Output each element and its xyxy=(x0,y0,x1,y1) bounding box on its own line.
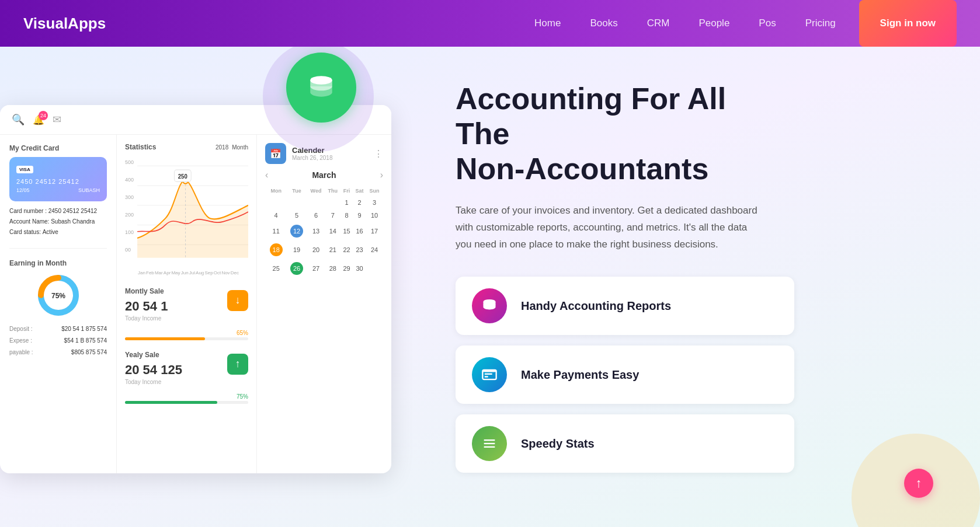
calendar-next-btn[interactable]: › xyxy=(380,170,383,180)
hero-title: Accounting For All The Non-Accountants xyxy=(456,82,783,186)
svg-text:250: 250 xyxy=(178,173,187,180)
calendar-section: 📅 Calender March 26, 2018 ⋮ ‹ March › xyxy=(257,135,391,473)
monthly-sale-section: Montly Sale 20 54 1 Today Income ↓ 65% xyxy=(125,287,248,340)
feature-item-accounting: Handy Accounting Reports xyxy=(456,277,794,335)
cal-week-2: 4 5 6 7 8 9 10 xyxy=(266,210,382,221)
cal-day[interactable]: 19 xyxy=(287,241,306,259)
cal-day[interactable]: 14 xyxy=(325,222,340,240)
cal-day-highlighted[interactable]: 26 xyxy=(287,260,306,277)
cal-header-tue: Tue xyxy=(287,186,306,196)
notification-bell[interactable]: 🔔 24 xyxy=(33,114,44,125)
credit-card-title: My Credit Card xyxy=(9,144,107,152)
yearly-progress-fill xyxy=(125,401,217,404)
cal-day[interactable]: 1 xyxy=(341,197,352,208)
yearly-sale-amount: 20 54 125 xyxy=(125,362,182,378)
cal-header-sat: Sat xyxy=(353,186,366,196)
mail-icon[interactable]: ✉ xyxy=(53,113,61,126)
cal-day[interactable]: 4 xyxy=(266,210,286,221)
calendar-dots-menu[interactable]: ⋮ xyxy=(374,148,383,159)
card-details: Card number : 2450 24512 25412 Account N… xyxy=(9,206,107,238)
cal-day[interactable]: 25 xyxy=(266,260,286,277)
nav-home[interactable]: Home xyxy=(534,18,561,29)
cal-day[interactable]: 11 xyxy=(266,222,286,240)
cal-day[interactable]: 21 xyxy=(325,241,340,259)
yearly-progress-label: 75% xyxy=(125,393,248,400)
sign-in-button[interactable]: Sign in now xyxy=(859,0,957,47)
account-label: Account Name: xyxy=(9,218,49,225)
earning-section: Earning in Month 75% Deposit : xyxy=(9,259,107,358)
nav-pricing[interactable]: Pricing xyxy=(805,18,836,29)
cal-day[interactable]: 27 xyxy=(308,260,325,277)
database-icon xyxy=(307,73,336,102)
cal-day[interactable]: 20 xyxy=(308,241,325,259)
feature-item-stats: Speedy Stats xyxy=(456,414,794,473)
monthly-sale-button[interactable]: ↓ xyxy=(227,290,248,311)
statistics-chart: 500 400 300 200 100 00 xyxy=(125,159,248,264)
accounting-label: Handy Accounting Reports xyxy=(521,299,671,313)
stats-title: Statistics xyxy=(125,143,156,151)
calendar-nav: ‹ March › xyxy=(265,170,383,180)
cal-day[interactable] xyxy=(367,260,382,277)
credit-card-section: My Credit Card VISA 2450 24512 25412 12/… xyxy=(9,144,107,238)
cal-day[interactable]: 2 xyxy=(353,197,366,208)
dashboard-middle-col: Statistics 2018 Month 500 400 300 200 xyxy=(117,135,257,473)
cal-header-wed: Wed xyxy=(308,186,325,196)
cal-day[interactable]: 8 xyxy=(341,210,352,221)
cal-week-3: 11 12 13 14 15 16 17 xyxy=(266,222,382,240)
card-date: 12/05 xyxy=(16,187,30,193)
year-select[interactable]: 2018 xyxy=(216,144,228,151)
cal-day[interactable]: 6 xyxy=(308,210,325,221)
nav-pos[interactable]: Pos xyxy=(759,18,776,29)
cal-day[interactable] xyxy=(266,197,286,208)
dashboard-card: 🔍 🔔 24 ✉ My Credit Card VISA 2450 24512 … xyxy=(0,105,391,473)
yearly-sale-button[interactable]: ↑ xyxy=(227,354,248,375)
cal-day[interactable]: 3 xyxy=(367,197,382,208)
stats-icon xyxy=(481,435,498,452)
cal-week-4: 18 19 20 21 22 23 24 xyxy=(266,241,382,259)
cal-day[interactable]: 15 xyxy=(341,222,352,240)
dashboard-left-col: My Credit Card VISA 2450 24512 25412 12/… xyxy=(0,135,117,473)
card-number: 2450 24512 25412 xyxy=(16,178,100,185)
cal-day[interactable]: 9 xyxy=(353,210,366,221)
cal-day[interactable]: 22 xyxy=(341,241,352,259)
stats-label: Speedy Stats xyxy=(521,437,595,451)
cal-day[interactable]: 10 xyxy=(367,210,382,221)
cal-day[interactable]: 17 xyxy=(367,222,382,240)
cal-day[interactable] xyxy=(308,197,325,208)
period-select[interactable]: Month xyxy=(232,144,248,151)
calendar-prev-btn[interactable]: ‹ xyxy=(265,170,268,180)
cal-day[interactable]: 29 xyxy=(341,260,352,277)
y-axis-labels: 500 400 300 200 100 00 xyxy=(125,159,134,264)
cal-day[interactable]: 24 xyxy=(367,241,382,259)
cal-day[interactable]: 13 xyxy=(308,222,325,240)
monthly-sale-amount: 20 54 1 xyxy=(125,299,168,314)
cal-day-highlighted[interactable]: 12 xyxy=(287,222,306,240)
nav-people[interactable]: People xyxy=(698,18,729,29)
db-icon-circle xyxy=(286,53,356,123)
search-icon[interactable]: 🔍 xyxy=(12,113,25,126)
calendar-month: March xyxy=(312,170,336,180)
scroll-up-button[interactable]: ↑ xyxy=(904,469,933,498)
nav-crm[interactable]: CRM xyxy=(647,18,670,29)
credit-card-visual: VISA 2450 24512 25412 12/05 SUBASH xyxy=(9,157,107,201)
cal-day[interactable]: 23 xyxy=(353,241,366,259)
cal-day-highlighted[interactable]: 18 xyxy=(266,241,286,259)
stats-icon-circle xyxy=(472,426,507,461)
cal-day[interactable]: 16 xyxy=(353,222,366,240)
cal-day[interactable] xyxy=(325,197,340,208)
cal-day[interactable]: 5 xyxy=(287,210,306,221)
monthly-progress-fill xyxy=(125,337,205,340)
nav-links: Home Books CRM People Pos Pricing xyxy=(534,18,836,29)
nav-books[interactable]: Books xyxy=(590,18,617,29)
cal-day[interactable]: 30 xyxy=(353,260,366,277)
status-badge: Active xyxy=(43,229,58,235)
cal-day[interactable] xyxy=(287,197,306,208)
cal-day[interactable]: 7 xyxy=(325,210,340,221)
payments-label: Make Payments Easy xyxy=(521,368,639,382)
cal-day[interactable]: 28 xyxy=(325,260,340,277)
divider xyxy=(9,248,107,249)
left-panel: 🔍 🔔 24 ✉ My Credit Card VISA 2450 24512 … xyxy=(0,47,409,527)
yearly-sale-label: Today Income xyxy=(125,379,182,385)
navbar: VisualApps Home Books CRM People Pos Pri… xyxy=(0,0,980,47)
earning-title: Earning in Month xyxy=(9,259,107,267)
